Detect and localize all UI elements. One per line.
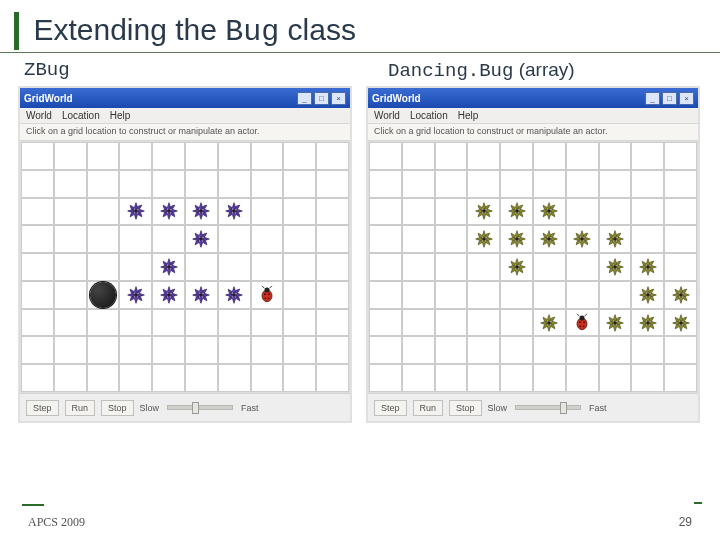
grid-cell[interactable] [631,225,664,253]
grid-cell[interactable] [500,309,533,337]
grid-cell[interactable] [533,170,566,198]
flower-icon[interactable] [572,229,592,249]
flower-icon[interactable] [126,285,146,305]
grid-cell[interactable] [435,142,468,170]
grid-cell[interactable] [599,281,632,309]
grid-cell[interactable] [21,336,54,364]
stop-button[interactable]: Stop [449,400,482,416]
grid-cell[interactable] [467,364,500,392]
grid-cell[interactable] [435,225,468,253]
grid-cell[interactable] [631,364,664,392]
grid-cell[interactable] [500,336,533,364]
grid-cell[interactable] [218,170,251,198]
grid-cell[interactable] [664,253,697,281]
grid-cell[interactable] [316,170,349,198]
menu-world[interactable]: World [374,110,400,121]
grid-cell[interactable] [185,336,218,364]
grid-cell[interactable] [402,170,435,198]
flower-icon[interactable] [605,229,625,249]
grid-cell[interactable] [251,336,284,364]
grid-cell[interactable] [218,142,251,170]
grid-cell[interactable] [316,281,349,309]
grid-cell[interactable] [251,142,284,170]
grid-cell[interactable] [185,364,218,392]
grid-cell[interactable] [251,170,284,198]
grid-cell[interactable] [21,364,54,392]
run-button[interactable]: Run [413,400,444,416]
grid-cell[interactable] [500,170,533,198]
grid-cell[interactable] [533,281,566,309]
grid-cell[interactable] [435,198,468,226]
grid-cell[interactable] [435,253,468,281]
grid-cell[interactable] [218,336,251,364]
close-icon[interactable]: × [679,92,694,105]
grid-cell[interactable] [369,281,402,309]
flower-icon[interactable] [671,285,691,305]
grid-cell[interactable] [369,198,402,226]
grid-cell[interactable] [119,253,152,281]
grid-cell[interactable] [435,336,468,364]
grid-cell[interactable] [87,336,120,364]
grid-cell[interactable] [664,142,697,170]
grid-cell[interactable] [402,309,435,337]
grid-cell[interactable] [369,309,402,337]
grid-cell[interactable] [185,142,218,170]
grid-cell[interactable] [185,170,218,198]
grid-cell[interactable] [533,364,566,392]
grid-cell[interactable] [251,364,284,392]
grid-cell[interactable] [119,170,152,198]
grid-cell[interactable] [54,170,87,198]
grid-cell[interactable] [467,309,500,337]
grid-cell[interactable] [566,142,599,170]
grid-cell[interactable] [218,309,251,337]
menu-help[interactable]: Help [458,110,479,121]
grid-cell[interactable] [402,336,435,364]
flower-icon[interactable] [507,229,527,249]
grid-cell[interactable] [21,170,54,198]
grid-cell[interactable] [152,336,185,364]
grid-cell[interactable] [152,309,185,337]
grid-cell[interactable] [283,170,316,198]
menu-location[interactable]: Location [410,110,448,121]
grid-cell[interactable] [316,142,349,170]
grid-cell[interactable] [316,225,349,253]
grid-cell[interactable] [185,253,218,281]
grid-cell[interactable] [251,198,284,226]
grid-cell[interactable] [21,309,54,337]
flower-icon[interactable] [539,313,559,333]
grid-cell[interactable] [185,309,218,337]
slider-thumb[interactable] [560,402,567,414]
flower-icon[interactable] [159,257,179,277]
grid-cell[interactable] [21,225,54,253]
flower-icon[interactable] [474,201,494,221]
menu-location[interactable]: Location [62,110,100,121]
slider-thumb[interactable] [192,402,199,414]
minimize-icon[interactable]: _ [645,92,660,105]
grid-cell[interactable] [500,142,533,170]
grid-cell[interactable] [566,364,599,392]
grid-cell[interactable] [599,170,632,198]
grid-cell[interactable] [467,170,500,198]
flower-icon[interactable] [638,257,658,277]
grid-cell[interactable] [402,253,435,281]
grid-cell[interactable] [152,170,185,198]
flower-icon[interactable] [638,313,658,333]
grid-cell[interactable] [87,198,120,226]
flower-icon[interactable] [671,313,691,333]
grid-cell[interactable] [664,198,697,226]
grid-cell[interactable] [599,336,632,364]
bug-icon[interactable] [257,285,277,305]
flower-icon[interactable] [507,257,527,277]
grid-cell[interactable] [54,336,87,364]
grid-cell[interactable] [631,142,664,170]
menu-help[interactable]: Help [110,110,131,121]
grid-cell[interactable] [467,142,500,170]
grid-cell[interactable] [21,281,54,309]
flower-icon[interactable] [539,229,559,249]
grid-cell[interactable] [664,364,697,392]
grid-cell[interactable] [664,336,697,364]
grid-cell[interactable] [500,281,533,309]
grid-cell[interactable] [402,364,435,392]
grid-cell[interactable] [218,364,251,392]
grid-cell[interactable] [152,142,185,170]
